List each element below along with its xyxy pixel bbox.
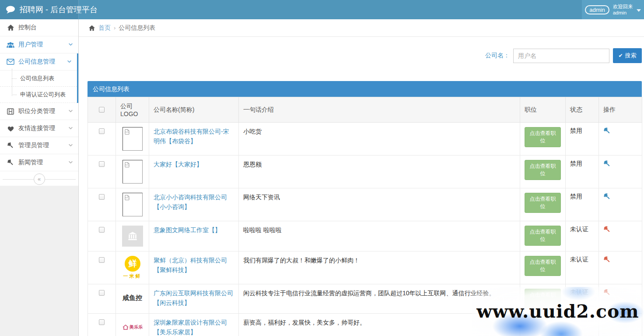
company-logo: 鲜 一米鲜 bbox=[120, 256, 144, 279]
gavel-action-icon[interactable] bbox=[603, 160, 611, 169]
sidebar-collapse-strip: « bbox=[0, 173, 78, 186]
app-title: 招聘网 - 后台管理平台 bbox=[20, 4, 98, 15]
row-checkbox[interactable] bbox=[99, 227, 105, 233]
sidebar-empty-area bbox=[0, 186, 78, 336]
company-intro: 啦啦啦 啦啦啦 bbox=[239, 221, 520, 251]
sidebar-active-group: 公司信息管理 公司信息列表 申请认证公司列表 bbox=[0, 53, 78, 103]
view-jobs-button[interactable]: 点击查看职位 bbox=[525, 160, 561, 180]
chevron-down-icon bbox=[67, 58, 72, 66]
table-row: 大家好【大家好】 恩恩额 点击查看职位 禁用 bbox=[88, 156, 642, 188]
sidebar-item-user-management[interactable]: 用户管理 bbox=[0, 36, 78, 53]
header-status: 状态 bbox=[566, 97, 599, 123]
broken-image-placeholder bbox=[122, 193, 143, 216]
table-row: 北京布袋谷科技有限公司-宋明伟【布袋谷】 小吃货 点击查看职位 禁用 bbox=[88, 123, 642, 156]
company-logo: 美乐乐 bbox=[120, 318, 144, 330]
gavel-action-icon[interactable] bbox=[603, 193, 611, 202]
sidebar-collapse-button[interactable]: « bbox=[34, 173, 45, 185]
chevron-down-icon bbox=[68, 159, 73, 166]
view-jobs-button[interactable]: 点击查看职位 bbox=[525, 256, 561, 276]
header-logo: 公司LOGO bbox=[116, 97, 149, 123]
view-jobs-button[interactable]: 点击查看职位 bbox=[525, 127, 561, 147]
view-jobs-button[interactable]: 点击查看职位 bbox=[525, 193, 561, 213]
user-badge[interactable]: admin bbox=[585, 5, 609, 14]
main-content: 首页 › 公司信息列表 公司名： ✔ 搜索 公司信息列表 公司LOGO 公司名称… bbox=[79, 19, 644, 336]
company-name-link[interactable]: 北京小小咨询科技有限公司【小小咨询】 bbox=[154, 193, 234, 212]
gavel-action-icon[interactable] bbox=[603, 289, 611, 297]
chevron-down-icon bbox=[68, 124, 73, 132]
table-row: 鲜 一米鲜 聚鲜（北京）科技有限公司【聚鲜科技】 我们有屌爆了的大叔！和嫩爆了的… bbox=[88, 251, 642, 284]
chat-bubble-icon bbox=[5, 5, 16, 14]
header-intro: 一句话介绍 bbox=[239, 97, 520, 123]
search-input[interactable] bbox=[513, 49, 609, 63]
users-icon bbox=[5, 41, 16, 48]
home-icon bbox=[88, 25, 95, 31]
broken-image-placeholder bbox=[122, 127, 143, 151]
default-company-logo-icon bbox=[122, 226, 143, 247]
table-row: 咸鱼控 广东闲云互联网科技有限公司【闲云科技】 闲云科技专注于电信行业流量经营的… bbox=[88, 284, 642, 314]
company-name-link[interactable]: 北京布袋谷科技有限公司-宋明伟【布袋谷】 bbox=[154, 127, 234, 146]
breadcrumb-separator: › bbox=[114, 25, 116, 31]
home-icon bbox=[5, 24, 16, 31]
company-intro: 闲云科技专注于电信行业流量经营的虚拟运营商，团队超过10年以上互联网、通信行业经… bbox=[239, 284, 520, 314]
sidebar: 控制台 用户管理 公司信息管理 bbox=[0, 19, 79, 336]
gavel-action-icon[interactable] bbox=[603, 226, 611, 234]
status-text: 禁用 bbox=[566, 188, 599, 221]
company-intro: 小吃货 bbox=[239, 123, 520, 156]
company-list-panel: 公司信息列表 公司LOGO 公司名称(简称) 一句话介绍 职位 状态 操作 bbox=[88, 81, 642, 336]
table-row: 意象图文网络工作室【】 啦啦啦 啦啦啦 点击查看职位 未认证 bbox=[88, 221, 642, 251]
table-body: 北京布袋谷科技有限公司-宋明伟【布袋谷】 小吃货 点击查看职位 禁用 bbox=[88, 123, 642, 336]
company-name-link[interactable]: 大家好【大家好】 bbox=[154, 160, 203, 170]
check-icon: ✔ bbox=[618, 53, 623, 59]
status-text: 禁用 bbox=[566, 156, 599, 188]
sidebar-item-news-management[interactable]: 新闻管理 bbox=[0, 154, 78, 171]
row-checkbox[interactable] bbox=[99, 290, 105, 296]
sidebar-item-admin-management[interactable]: 管理员管理 bbox=[0, 137, 78, 154]
panel-title: 公司信息列表 bbox=[88, 81, 642, 97]
header-op: 操作 bbox=[599, 97, 642, 123]
row-checkbox[interactable] bbox=[99, 257, 105, 263]
status-text: 未认证 bbox=[566, 221, 599, 251]
company-name-link[interactable]: 深圳象限家居设计有限公司【美乐乐家居】 bbox=[154, 318, 234, 336]
sidebar-item-friend-links[interactable]: 友情连接管理 bbox=[0, 120, 78, 137]
sidebar-subitem-company-list[interactable]: 公司信息列表 bbox=[0, 71, 77, 87]
breadcrumb-home-link[interactable]: 首页 bbox=[98, 24, 111, 32]
status-text bbox=[566, 314, 599, 336]
chevron-down-icon bbox=[68, 107, 73, 115]
gavel-action-icon[interactable] bbox=[603, 256, 611, 265]
search-button[interactable]: ✔ 搜索 bbox=[613, 48, 642, 63]
table-header-row: 公司LOGO 公司名称(简称) 一句话介绍 职位 状态 操作 bbox=[88, 97, 642, 123]
search-label: 公司名： bbox=[485, 52, 510, 60]
sidebar-item-company-info[interactable]: 公司信息管理 bbox=[0, 53, 77, 71]
table-row: 北京小小咨询科技有限公司【小小咨询】 网络天下资讯 点击查看职位 禁用 bbox=[88, 188, 642, 221]
app-title-wrap: 招聘网 - 后台管理平台 bbox=[5, 0, 98, 19]
gavel-action-icon[interactable] bbox=[603, 127, 611, 136]
company-name-link[interactable]: 广东闲云互联网科技有限公司【闲云科技】 bbox=[154, 289, 234, 308]
row-checkbox[interactable] bbox=[99, 128, 105, 134]
chevron-down-icon bbox=[68, 141, 73, 149]
view-jobs-button[interactable]: 点击查看职位 bbox=[525, 289, 561, 309]
row-checkbox[interactable] bbox=[99, 319, 105, 325]
sidebar-subitem-company-cert-list[interactable]: 申请认证公司列表 bbox=[0, 87, 77, 103]
status-text: 未认证 bbox=[566, 284, 599, 314]
user-menu[interactable]: admin 欢迎回来 admin bbox=[582, 0, 644, 19]
gavel-icon bbox=[5, 159, 16, 166]
chevron-down-icon[interactable] bbox=[637, 9, 641, 12]
chevron-down-icon bbox=[68, 41, 73, 49]
view-jobs-button[interactable]: 点击查看职位 bbox=[525, 226, 561, 246]
company-name-link[interactable]: 聚鲜（北京）科技有限公司【聚鲜科技】 bbox=[154, 256, 234, 275]
film-icon bbox=[5, 108, 16, 115]
row-checkbox[interactable] bbox=[99, 161, 105, 167]
heart-icon bbox=[5, 125, 16, 132]
envelope-icon bbox=[5, 59, 16, 65]
welcome-text: 欢迎回来 admin bbox=[613, 4, 633, 16]
table-row: 美乐乐 深圳象限家居设计有限公司【美乐乐家居】 薪资高，福利好，发展快，美女多，… bbox=[88, 314, 642, 336]
company-name-link[interactable]: 意象图文网络工作室【】 bbox=[154, 226, 221, 235]
select-all-checkbox[interactable] bbox=[99, 107, 105, 113]
status-text: 未认证 bbox=[566, 251, 599, 284]
sidebar-item-console[interactable]: 控制台 bbox=[0, 19, 78, 36]
sidebar-submenu: 公司信息列表 申请认证公司列表 bbox=[0, 71, 77, 103]
row-checkbox[interactable] bbox=[99, 194, 105, 200]
header-name: 公司名称(简称) bbox=[149, 97, 239, 123]
company-intro: 我们有屌爆了的大叔！和嫩爆了的小鲜肉！ bbox=[239, 251, 520, 284]
sidebar-item-job-category[interactable]: 职位分类管理 bbox=[0, 103, 78, 120]
